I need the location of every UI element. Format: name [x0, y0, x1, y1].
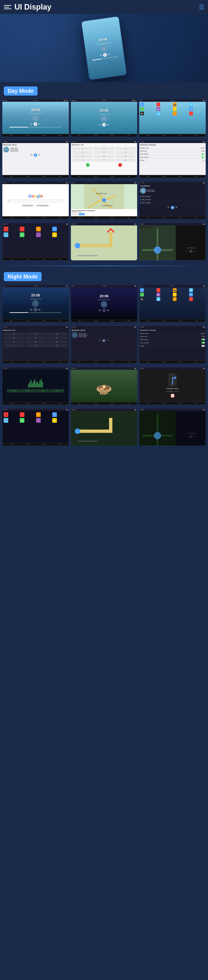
google-search-btn[interactable]: Google Search — [22, 204, 34, 207]
key-9[interactable]: 9 — [115, 155, 136, 158]
eq-btn-4[interactable]: FLAT — [50, 389, 64, 393]
not-playing-prev[interactable]: ⏮ — [186, 250, 188, 253]
night-key-4[interactable]: 4 — [4, 336, 24, 339]
auto-connect-toggle[interactable] — [202, 156, 205, 158]
app-extra2[interactable]: ★ — [173, 111, 176, 115]
night-app-yt[interactable]: ▶ — [140, 297, 144, 301]
night-app-bt[interactable]: B — [189, 293, 193, 296]
launcher-phone[interactable]: 📞 — [4, 227, 8, 231]
night-launcher-phone[interactable]: 📞 — [4, 412, 8, 417]
night-launcher-waze[interactable]: W — [20, 418, 24, 423]
night-app-maps[interactable]: 📍 — [140, 293, 144, 296]
eq-btn-2[interactable]: POP — [21, 389, 35, 393]
not-playing-next[interactable]: ⏭ — [194, 250, 196, 253]
night-key-star[interactable]: * — [4, 344, 24, 347]
key-1[interactable]: 1 — [72, 147, 93, 150]
night-not-playing-play[interactable]: ▶ — [189, 435, 192, 439]
night-not-playing-next[interactable]: ⏭ — [194, 436, 196, 438]
app-music[interactable]: ♪ — [156, 103, 160, 107]
night-bt-prev[interactable]: ⏮ — [99, 339, 101, 342]
night-play-1[interactable]: ⏸ — [33, 307, 37, 312]
call-btn[interactable]: 📞 — [86, 163, 90, 167]
app-phone[interactable]: 📷 — [173, 103, 176, 107]
night-app-music[interactable]: ♪ — [156, 288, 160, 292]
launcher-music[interactable]: ♪ — [20, 227, 24, 231]
night-key-9[interactable]: 9 — [46, 340, 67, 343]
night-auto-answer-toggle[interactable] — [202, 339, 205, 340]
bt-next[interactable]: ⏭ — [38, 153, 41, 157]
night-app-extra2[interactable]: ★ — [173, 297, 176, 301]
night-key-5[interactable]: 5 — [25, 336, 46, 339]
song-item-3[interactable]: 华乐_03.mp3 — [140, 201, 205, 205]
night-launcher-spotify[interactable]: ♫ — [36, 418, 41, 423]
night-prev-2[interactable]: ⏮ — [99, 309, 101, 312]
key-0[interactable]: 0 — [94, 159, 114, 162]
key-4[interactable]: 4 — [72, 151, 93, 154]
night-launcher-telegram[interactable]: ✈ — [52, 412, 57, 417]
night-key-3[interactable]: 3 — [46, 332, 67, 336]
bt-prev[interactable]: ⏮ — [30, 153, 33, 157]
next-btn-2[interactable]: ⏭ — [107, 124, 109, 126]
night-flower-toggle[interactable] — [202, 345, 205, 347]
key-5[interactable]: 5 — [94, 151, 114, 154]
night-bt-next[interactable]: ⏭ — [107, 339, 109, 342]
next-icon[interactable]: ⏭ — [108, 53, 110, 55]
night-launcher-maps[interactable]: 📍 — [4, 418, 8, 423]
key-7[interactable]: 7 — [72, 155, 93, 158]
prev-btn-2[interactable]: ⏮ — [99, 124, 101, 126]
app-vlc[interactable]: ▶ — [156, 107, 160, 111]
key-2[interactable]: 2 — [94, 147, 114, 150]
launcher-telegram[interactable]: ✈ — [52, 227, 57, 231]
app-waze[interactable]: W — [173, 107, 176, 111]
go-button[interactable]: GO — [79, 213, 85, 215]
night-launcher-music[interactable]: ♪ — [20, 412, 24, 417]
night-launcher-podcast[interactable]: 🎙 — [36, 412, 41, 417]
lucky-btn[interactable]: I'm Feeling Lucky — [35, 204, 49, 207]
night-key-7[interactable]: 7 — [4, 340, 24, 343]
night-key-2[interactable]: 2 — [25, 332, 46, 336]
night-next-2[interactable]: ⏭ — [107, 309, 109, 312]
auto-answer-toggle[interactable] — [202, 153, 205, 155]
night-key-6[interactable]: 6 — [46, 336, 67, 339]
prev-btn-1[interactable]: ⏮ — [30, 123, 32, 125]
play-btn-1[interactable]: ⏸ — [33, 122, 37, 126]
flower-toggle[interactable] — [202, 160, 205, 161]
launcher-youtube[interactable]: ▶ — [52, 232, 57, 237]
night-app-phone[interactable]: 📷 — [173, 288, 176, 292]
prev-icon[interactable]: ⏮ — [99, 54, 102, 57]
app-bt[interactable]: B — [189, 107, 193, 111]
google-search-bar[interactable]: 🔍 — [7, 199, 64, 202]
eq-btn-1[interactable]: ROCK — [7, 389, 21, 393]
next-btn-1[interactable]: ⏭ — [39, 123, 41, 125]
key-3[interactable]: 3 — [115, 147, 136, 150]
not-playing-play[interactable]: ▶ — [189, 250, 192, 253]
app-telegram[interactable]: ✈ — [140, 103, 144, 107]
night-bt-play[interactable]: ▶ — [102, 339, 106, 342]
night-not-playing-prev[interactable]: ⏮ — [186, 436, 188, 438]
key-star[interactable]: * — [72, 159, 93, 162]
night-key-1[interactable]: 1 — [4, 332, 24, 336]
app-maps[interactable]: 📍 — [140, 107, 144, 111]
night-key-8[interactable]: 8 — [25, 340, 46, 343]
night-app-extra1[interactable]: ☁ — [156, 297, 160, 301]
end-call-btn[interactable]: 📵 — [118, 163, 122, 167]
song-item-1[interactable]: 华乐_01.mp3 — [140, 195, 205, 198]
launcher-maps[interactable]: 📍 — [4, 232, 8, 237]
night-app-telegram[interactable]: ✈ — [140, 288, 144, 292]
hamburger-nav-icon[interactable]: ☰ — [199, 4, 204, 11]
night-prev-1[interactable]: ⏮ — [30, 309, 32, 311]
night-launcher-youtube[interactable]: ▶ — [52, 418, 57, 423]
app-yt[interactable]: ▶ — [140, 111, 144, 115]
night-app-waze[interactable]: W — [173, 293, 176, 296]
play-icon[interactable]: ⏸ — [103, 52, 107, 57]
menu-icon[interactable] — [4, 3, 11, 11]
night-app-extra3[interactable]: ♫ — [189, 297, 193, 301]
launcher-spotify[interactable]: ♫ — [36, 232, 41, 237]
eq-btn-3[interactable]: JAZZ — [36, 389, 50, 393]
app-extra1[interactable]: ☁ — [156, 111, 160, 115]
social-next[interactable]: ⏭ — [175, 206, 178, 209]
night-app-settings[interactable]: ⚙ — [189, 288, 193, 292]
night-app-vlc[interactable]: ▶ — [156, 293, 160, 296]
launcher-waze[interactable]: W — [20, 232, 24, 237]
app-settings[interactable]: ⚙ — [189, 103, 193, 107]
